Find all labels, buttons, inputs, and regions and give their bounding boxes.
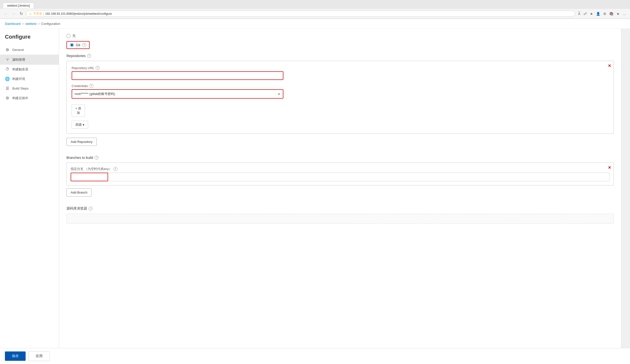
radio-none-option[interactable]: 无	[66, 34, 614, 38]
branch-input-left[interactable]: */main	[71, 173, 108, 181]
sidebar-item-general[interactable]: ⚙ General	[0, 45, 59, 55]
chevron-down-icon: ▾	[278, 92, 280, 96]
repositories-help-icon[interactable]: ?	[87, 54, 91, 58]
list-icon: ☰	[5, 86, 10, 91]
breadcrumb-dashboard[interactable]: Dashboard	[5, 22, 21, 25]
sidebar-item-post-build[interactable]: ⚙ 构建后操作	[0, 93, 59, 103]
translate-button[interactable]: A̅	[577, 11, 582, 17]
app-container: Configure ⚙ General ⑂ 源码管理 ⏱ 构建触发器 🌐 构建环…	[0, 29, 630, 364]
scm-radio-group: 无 Git ?	[66, 34, 614, 49]
sidebar-label-post-build: 构建后操作	[12, 96, 28, 100]
globe-icon: 🌐	[5, 76, 10, 81]
browser-actions: A̅ ☍ ★ 👤 ⚙ 📚 ★ …	[577, 11, 627, 17]
repository-url-label: Repository URL ?	[72, 66, 608, 70]
add-repository-button[interactable]: Add Repository	[66, 138, 97, 146]
apply-button[interactable]: 应用	[28, 351, 50, 361]
address-bar[interactable]: ⚠ 不安全 | 192.168.93.101:8080/jenkins/job/…	[26, 10, 575, 17]
git-option-box: Git ?	[66, 41, 90, 49]
source-browser-section: 源码库浏览器 ?	[66, 206, 614, 224]
add-credentials-button[interactable]: + 添加	[72, 104, 85, 117]
security-label: 不安全 |	[33, 11, 44, 16]
sidebar-item-environment[interactable]: 🌐 构建环境	[0, 74, 59, 84]
branch-input-right[interactable]	[108, 173, 610, 181]
refresh-button[interactable]: ↻	[19, 10, 24, 17]
radio-git-input[interactable]	[70, 43, 74, 47]
content-inner: 无 Git ? Repositories ? ✕	[59, 29, 621, 250]
read-button[interactable]: ☍	[582, 11, 588, 17]
main-content: 无 Git ? Repositories ? ✕	[59, 29, 621, 364]
sidebar-item-build-steps[interactable]: ☰ Build Steps	[0, 84, 59, 93]
repositories-section: Repositories ? ✕ Repository URL ? http:/…	[66, 54, 614, 152]
repository-url-field: Repository URL ? http://192.168.93.102/r…	[72, 66, 608, 80]
advanced-section: 高级 ▾	[72, 121, 608, 129]
advanced-chevron-icon: ▾	[83, 123, 84, 127]
delete-repo-button[interactable]: ✕	[608, 63, 611, 68]
forward-button[interactable]: →	[11, 10, 17, 17]
address-text: 192.168.93.101:8080/jenkins/job/webtest/…	[45, 12, 112, 15]
collections-button[interactable]: 📚	[608, 11, 614, 17]
credentials-dropdown-arrow[interactable]: ▾	[275, 90, 283, 98]
browser-chrome: webtest [Jenkins] ← → ↻ ⚠ 不安全 | 192.168.…	[0, 0, 630, 19]
apply-label: 应用	[36, 354, 42, 358]
postbuild-icon: ⚙	[5, 96, 10, 100]
delete-branch-button[interactable]: ✕	[608, 165, 611, 170]
add-branch-label: Add Branch	[71, 191, 88, 194]
clock-icon: ⏱	[5, 67, 10, 71]
radio-git-label: Git	[76, 43, 80, 47]
branch-input-row: */main	[71, 173, 610, 181]
credentials-field: Credentials ? root/****** (gitlab的账号密码) …	[72, 84, 608, 99]
radio-none-input[interactable]	[66, 34, 70, 38]
extensions-button[interactable]: ⚙	[602, 11, 607, 17]
sidebar-label-source: 源码管理	[12, 57, 25, 62]
credentials-label: Credentials ?	[72, 84, 608, 88]
sidebar-label-environment: 构建环境	[12, 77, 25, 81]
repositories-label: Repositories ?	[66, 54, 614, 58]
sidebar-label-triggers: 构建触发器	[12, 67, 28, 71]
branch-box: ✕ 指定分支 （为空时代表any） ? */main	[66, 163, 614, 185]
breadcrumb-configuration: Configuration	[41, 22, 60, 25]
add-branch-button[interactable]: Add Branch	[66, 188, 92, 197]
add-repository-label: Add Repository	[71, 140, 92, 144]
branches-section: Branches to build ? ✕ 指定分支 （为空时代表any） ? …	[66, 156, 614, 201]
add-btn-label: + 添加	[75, 106, 81, 115]
save-label: 保存	[12, 354, 19, 358]
sidebar-label-general: General	[12, 48, 24, 52]
branch-specifier-label: 指定分支 （为空时代表any） ?	[71, 167, 610, 171]
branch-icon: ⑂	[5, 57, 10, 62]
bottom-bar: 保存 应用	[0, 348, 630, 364]
tab-label: webtest [Jenkins]	[7, 4, 30, 7]
back-button[interactable]: ←	[3, 10, 9, 17]
source-browser-help-icon[interactable]: ?	[89, 207, 92, 211]
credentials-help-icon[interactable]: ?	[89, 84, 93, 88]
repository-url-input[interactable]: http://192.168.93.102/root/demo.git	[72, 71, 283, 80]
nav-bar: ← → ↻ ⚠ 不安全 | 192.168.93.101:8080/jenkin…	[0, 9, 630, 19]
gear-icon: ⚙	[5, 47, 10, 52]
credentials-row: root/****** (gitlab的账号密码) ▾	[72, 89, 283, 99]
active-tab[interactable]: webtest [Jenkins]	[3, 3, 34, 8]
favorites-button[interactable]: ★	[616, 11, 621, 17]
tab-bar: webtest [Jenkins]	[0, 0, 630, 9]
credentials-empty-space	[118, 90, 275, 98]
radio-git-option[interactable]: Git ?	[66, 41, 614, 49]
radio-none-label: 无	[72, 34, 76, 38]
git-help-icon[interactable]: ?	[82, 43, 86, 47]
url-help-icon[interactable]: ?	[96, 66, 100, 70]
profile-button[interactable]: 👤	[595, 11, 601, 17]
sidebar-label-build-steps: Build Steps	[12, 87, 28, 90]
save-button[interactable]: 保存	[5, 352, 26, 361]
breadcrumb: Dashboard > webtest > Configuration	[0, 19, 630, 29]
branches-help-icon[interactable]: ?	[94, 156, 98, 160]
branches-label: Branches to build ?	[66, 156, 614, 160]
warning-icon: ⚠	[29, 12, 32, 15]
advanced-button[interactable]: 高级 ▾	[72, 121, 88, 129]
branch-specifier-help-icon[interactable]: ?	[114, 167, 118, 171]
bookmark-button[interactable]: ★	[589, 11, 594, 17]
advanced-label: 高级	[75, 122, 82, 127]
credentials-display-value: root/****** (gitlab的账号密码)	[72, 90, 118, 98]
sidebar: Configure ⚙ General ⑂ 源码管理 ⏱ 构建触发器 🌐 构建环…	[0, 29, 59, 364]
breadcrumb-webtest[interactable]: webtest	[25, 22, 36, 25]
more-button[interactable]: …	[622, 11, 627, 17]
sidebar-item-triggers[interactable]: ⏱ 构建触发器	[0, 65, 59, 74]
sidebar-item-source[interactable]: ⑂ 源码管理	[0, 55, 59, 65]
breadcrumb-sep1: >	[22, 22, 24, 25]
